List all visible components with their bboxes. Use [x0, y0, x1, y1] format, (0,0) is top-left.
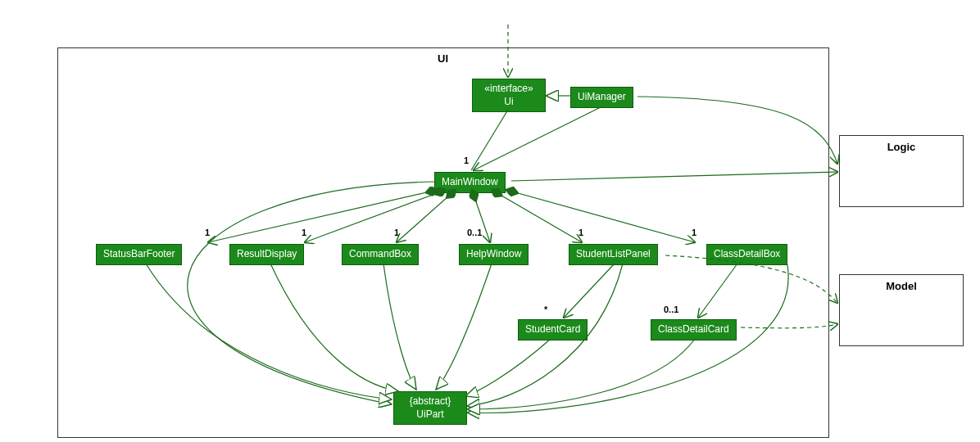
class-studentcard-name: StudentCard — [525, 323, 580, 335]
external-logic-label: Logic — [887, 141, 916, 153]
mult-clsbox: 1 — [692, 228, 696, 237]
class-uimanager: UiManager — [570, 87, 633, 108]
mult-resultdisp: 1 — [302, 228, 306, 237]
external-model-label: Model — [886, 280, 917, 292]
class-uipart-name: UiPart — [416, 408, 443, 420]
external-model: Model — [839, 274, 964, 346]
class-uipart: {abstract} UiPart — [393, 391, 467, 425]
class-resultdisplay: ResultDisplay — [229, 244, 304, 265]
class-mainwindow-name: MainWindow — [442, 176, 498, 187]
class-classdetailcard: ClassDetailCard — [651, 319, 737, 341]
external-logic: Logic — [839, 135, 964, 207]
class-classdetailbox-name: ClassDetailBox — [714, 248, 780, 259]
class-commandbox-name: CommandBox — [349, 248, 411, 259]
class-statusbar-name: StatusBarFooter — [103, 248, 175, 259]
class-ui-stereotype: «interface» — [484, 83, 533, 94]
class-studentlistpanel-name: StudentListPanel — [576, 248, 651, 259]
package-ui — [57, 47, 829, 438]
mult-helpwin: 0..1 — [467, 228, 482, 237]
class-statusbar: StatusBarFooter — [96, 244, 182, 265]
mult-stucard: * — [544, 304, 547, 314]
class-ui: «interface» Ui — [472, 79, 546, 112]
mult-cmdbox: 1 — [394, 228, 399, 237]
class-helpwindow: HelpWindow — [459, 244, 529, 265]
mult-statusbar: 1 — [205, 228, 210, 237]
class-uimanager-name: UiManager — [578, 91, 626, 102]
class-classdetailcard-name: ClassDetailCard — [658, 323, 729, 335]
mult-clscard: 0..1 — [664, 304, 678, 314]
mult-stupanel: 1 — [578, 228, 583, 237]
class-classdetailbox: ClassDetailBox — [706, 244, 787, 265]
class-commandbox: CommandBox — [342, 244, 419, 265]
class-mainwindow: MainWindow — [434, 172, 506, 193]
class-helpwindow-name: HelpWindow — [466, 248, 521, 259]
class-uipart-stereotype: {abstract} — [410, 395, 451, 407]
class-ui-name: Ui — [504, 96, 513, 107]
package-ui-label: UI — [438, 52, 448, 65]
mult-mainwindow: 1 — [464, 156, 469, 165]
class-studentlistpanel: StudentListPanel — [569, 244, 658, 265]
class-studentcard: StudentCard — [518, 319, 588, 341]
class-resultdisplay-name: ResultDisplay — [237, 248, 297, 259]
